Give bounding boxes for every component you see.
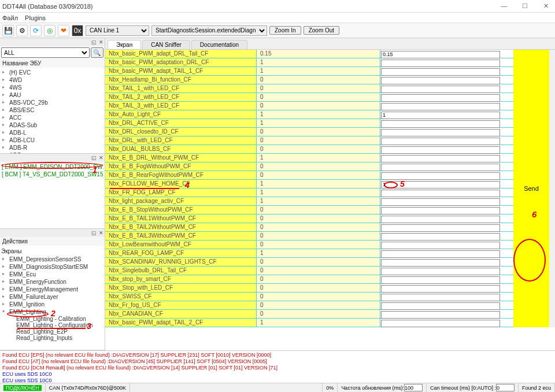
tree-item[interactable]: 4WS (1, 84, 103, 91)
tree-item[interactable]: ABS-VDC_29b (1, 99, 103, 106)
zoomin-button[interactable]: Zoom In (269, 26, 301, 35)
filter-select[interactable]: ALL (1, 47, 90, 58)
tree-sub-item[interactable]: Read_Lighting_Inputs (1, 335, 103, 341)
param-name: Nbx_E_B_FogWithoutPWM_CF (105, 162, 257, 171)
tree-item[interactable]: EMM_FailureLayer (1, 293, 103, 301)
status-pct: 0% (323, 383, 338, 392)
param-input[interactable] (381, 259, 500, 267)
param-input[interactable] (381, 268, 500, 275)
param-input[interactable] (381, 242, 500, 249)
undock-icon[interactable]: ◱ (91, 39, 97, 45)
param-value: 1 (257, 110, 380, 119)
target-icon[interactable]: ◎ (44, 25, 56, 36)
param-input[interactable] (381, 120, 500, 128)
tree-item[interactable]: ADB-LCU (1, 136, 103, 144)
param-value: 0 (257, 162, 380, 171)
param-input[interactable] (381, 320, 500, 327)
maximize-icon[interactable]: ☐ (518, 2, 532, 10)
tree-item[interactable]: (H) EVC (1, 69, 103, 76)
undock-icon[interactable]: ◱ (91, 230, 97, 236)
refresh-icon[interactable]: ⟳ (30, 25, 42, 36)
tree-item[interactable]: EMM_Lighting (1, 308, 103, 316)
menu-file[interactable]: Файл (2, 14, 18, 21)
param-input[interactable] (381, 302, 500, 310)
tree-item[interactable]: ABS/ESC (1, 106, 103, 114)
param-input[interactable] (381, 51, 500, 58)
minimize-icon[interactable]: — (497, 2, 511, 10)
canline-select[interactable]: CAN Line 1 (86, 25, 149, 36)
param-input[interactable] (381, 285, 500, 293)
gear-icon[interactable]: ⚙ (16, 25, 28, 36)
param-input[interactable] (381, 60, 500, 67)
param-input[interactable] (381, 94, 500, 102)
zoomout-button[interactable]: Zoom Out (304, 26, 339, 35)
tree-item[interactable]: EMM_Ignition (1, 301, 103, 308)
close-icon[interactable]: ✕ (539, 2, 553, 10)
param-input[interactable] (381, 181, 500, 188)
param-input[interactable] (381, 129, 500, 136)
param-name: Nbx_basic_PWM_adapt_DRL_Tail_CF (105, 50, 257, 58)
tree-item[interactable]: ADP (1, 151, 103, 153)
tree-item[interactable]: AAU (1, 91, 103, 99)
param-input[interactable] (381, 77, 500, 84)
tree-item[interactable]: EMM_EnergyFunction (1, 278, 103, 286)
param-input[interactable] (381, 294, 500, 301)
param-input[interactable] (381, 172, 500, 180)
param-input[interactable] (381, 146, 500, 154)
param-input[interactable] (381, 86, 500, 93)
tab-screen[interactable]: Экран (108, 40, 141, 49)
table-row: Nbx_Stop_with_LED_CF0 (105, 284, 513, 293)
param-input[interactable] (381, 276, 500, 284)
panel-close-icon[interactable]: ✕ (99, 230, 103, 236)
param-input[interactable] (381, 224, 500, 232)
heart-icon[interactable]: ❤ (58, 25, 69, 36)
tree-item[interactable]: 4WD (1, 76, 103, 84)
timeout-input[interactable] (496, 384, 515, 391)
list-item[interactable]: [ BCM ] T4_VS_BCM_DDT2000_SW15_1 (1, 171, 103, 178)
session-select[interactable]: StartDiagnosticSession.extendedDiagnosti… (151, 25, 267, 36)
param-input[interactable] (381, 233, 500, 241)
menu-plugins[interactable]: Plugins (25, 14, 46, 21)
panel-close-icon[interactable]: ✕ (99, 155, 103, 161)
table-row: Nbx_TAIL_3_with_LED_CF0 (105, 102, 513, 110)
tree-sub-item[interactable]: Read_Lighting_E2P (1, 328, 103, 335)
ecu-tree[interactable]: (H) EVC4WD4WSAAUABS-VDC_29bABS/ESCACCADA… (0, 68, 105, 153)
param-input[interactable] (381, 198, 500, 206)
param-input[interactable] (381, 164, 500, 171)
tree-sub-item[interactable]: EMM_Lighting - Configuration (1, 322, 103, 328)
refresh-input[interactable] (404, 384, 423, 391)
send-button[interactable]: Send (513, 50, 549, 327)
tree-item[interactable]: EMM_DepressionSensorSS (1, 256, 103, 263)
table-row: Nbx_DRL_closedto_ID_CF0 (105, 128, 513, 136)
param-input[interactable] (381, 138, 500, 145)
tree-item[interactable]: EMM_EnergyManagement (1, 286, 103, 293)
ecu-variant-list[interactable]: [ EMM ] EMM_EDISON_DDT2000_SW13_1_V1_2 [… (0, 162, 105, 228)
param-input[interactable] (381, 103, 500, 110)
param-input[interactable] (381, 311, 500, 319)
param-input[interactable] (381, 207, 500, 215)
tree-item[interactable]: EMM_DiagnosisStopStartESM (1, 263, 103, 271)
list-item[interactable]: [ EMM ] EMM_EDISON_DDT2000_SW13_1_V1_2 (1, 163, 103, 171)
tree-item[interactable]: ADAS-Sub (1, 121, 103, 129)
tree-sub-item[interactable]: EMM_Lighting - Calibration (1, 316, 103, 322)
param-name: Nbx_DRL_ACTIVE_CF (105, 119, 257, 127)
tab-sniffer[interactable]: CAN Sniffer (142, 40, 190, 49)
param-input[interactable] (381, 155, 500, 162)
screens-tree[interactable]: Экраны EMM_DepressionSensorSSEMM_Diagnos… (0, 246, 105, 350)
param-input[interactable] (381, 190, 500, 197)
tree-item[interactable]: ADB-L (1, 129, 103, 136)
hex-icon[interactable]: 0x (72, 25, 83, 36)
param-input[interactable] (381, 216, 500, 223)
tree-item[interactable]: EMM_Ecu (1, 271, 103, 278)
tree-item[interactable]: ACC (1, 114, 103, 121)
param-input[interactable] (381, 250, 500, 258)
search-button[interactable]: 🔍 (91, 47, 103, 58)
tree-item[interactable]: ADB-R (1, 144, 103, 151)
tab-docs[interactable]: Documentation (191, 40, 247, 49)
param-name: Nbx_DUAL_BULBS_CF (105, 145, 257, 153)
param-input[interactable] (381, 68, 500, 76)
panel-close-icon[interactable]: ✕ (99, 39, 103, 45)
save-icon[interactable]: 💾 (2, 25, 14, 36)
undock-icon[interactable]: ◱ (91, 155, 97, 161)
param-input[interactable] (381, 112, 500, 119)
